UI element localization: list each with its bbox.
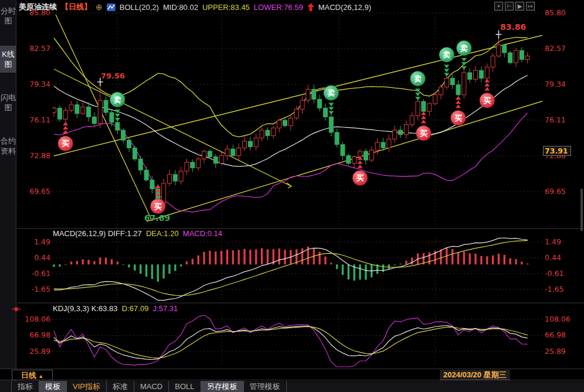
price-axis-label: 72.88 xyxy=(18,151,50,160)
boll-mid-value: MID:80.02 xyxy=(163,3,198,12)
kdj-axis-label: 108.06 xyxy=(545,315,571,323)
macd-axis-label: 0.44 xyxy=(545,253,561,262)
period-selector[interactable]: 日线 ▲ xyxy=(12,370,53,380)
sidebar-item-4[interactable]: 合约资料 xyxy=(0,132,16,159)
axis-scale-icon[interactable]: ⊢ xyxy=(505,2,514,11)
sidebar-item-3[interactable]: 闪电图 xyxy=(0,89,16,116)
price-axis-label: 79.34 xyxy=(545,80,566,88)
macd-panel-header: MACD(26,12,9) DIFF:1.27 DEA:1.20 MACD:0.… xyxy=(53,229,222,238)
macd-axis-label: 1.49 xyxy=(545,237,561,246)
macd-axis-label: -0.61 xyxy=(545,269,563,278)
bottom-tab-bar: 指标模板VIP指标标准MACDBOLL另存模板管理模板 xyxy=(0,381,584,392)
crosshair-date-box: 2024/03/20 星期三 xyxy=(440,370,510,380)
symbol-title: 美原油连续 xyxy=(19,2,57,12)
tab-2[interactable]: 模板 xyxy=(39,381,67,392)
macd-indicator-label: MACD(26,12,9) xyxy=(318,3,371,12)
kdj-panel-header: KDJ(9,3,3) K:63.83 D:67.09 J:57.31 xyxy=(53,304,178,313)
price-axis-tag: 73.91 xyxy=(543,146,571,156)
pane-shift-icon[interactable]: ↦ xyxy=(526,2,535,11)
swing-high-annotation-left: 79.56 xyxy=(101,71,125,80)
sell-signal-marker: 卖 xyxy=(110,92,125,107)
buy-signal-marker: 买 xyxy=(416,125,431,141)
period-up-triangle-icon: ▲ xyxy=(38,373,43,379)
buy-signal-marker: 买 xyxy=(480,93,495,108)
macd-macd-value: MACD:0.14 xyxy=(183,229,222,238)
header-toolbar: +⊢▶↦ xyxy=(494,2,535,11)
svg-text:卖: 卖 xyxy=(327,88,335,97)
kdj-axis-label: 25.89 xyxy=(18,347,50,356)
tabbar-spacer xyxy=(0,381,12,392)
kdj-d-value: D:67.09 xyxy=(122,304,149,313)
svg-text:买: 买 xyxy=(454,114,462,122)
tab-1[interactable]: 指标 xyxy=(12,381,39,392)
tab-7[interactable]: 另存模板 xyxy=(201,381,244,392)
sell-signal-marker: 卖 xyxy=(439,47,454,62)
kdj-axis-label: 108.06 xyxy=(18,315,50,323)
left-sidebar: 分时图K线图闪电图合约资料 xyxy=(0,0,16,392)
price-axis-label: 76.11 xyxy=(545,115,566,124)
boll-indicator-label: BOLL(20,2) xyxy=(120,3,159,12)
price-axis-label: 82.57 xyxy=(18,44,50,53)
price-axis-label: 69.65 xyxy=(545,187,566,196)
macd-dea-value: DEA:1.20 xyxy=(146,229,179,238)
sidebar-item-2[interactable]: K线图 xyxy=(0,46,16,73)
axis-play-icon[interactable]: ▶ xyxy=(515,2,524,11)
sell-signal-marker: 卖 xyxy=(456,40,471,56)
sidebar-item-1[interactable]: 分时图 xyxy=(0,2,16,29)
boll-lower-value: LOWER:76.59 xyxy=(254,3,303,12)
kdj-j-value: J:57.31 xyxy=(153,304,178,313)
tab-8[interactable]: 管理模板 xyxy=(244,381,287,392)
svg-text:卖: 卖 xyxy=(114,96,121,104)
macd-label: MACD(26,12,9) xyxy=(53,229,106,238)
buy-signal-marker: 买 xyxy=(58,136,73,151)
macd-axis-label: 0.44 xyxy=(18,253,50,262)
boll-upper-value: UPPER:83.45 xyxy=(202,3,250,12)
macd-axis-label: -0.61 xyxy=(18,269,50,278)
kdj-axis-label: 66.98 xyxy=(545,330,566,339)
sell-signal-marker: 卖 xyxy=(410,71,426,86)
svg-text:卖: 卖 xyxy=(443,50,450,59)
tab-4[interactable]: 标准 xyxy=(107,381,134,392)
macd-axis-label: 1.49 xyxy=(18,237,50,246)
up-arrow-icon xyxy=(307,3,314,11)
chart-canvas[interactable]: 买卖买卖买卖买卖买卖买 xyxy=(0,0,584,392)
kdj-axis-label: 25.89 xyxy=(545,347,566,356)
buy-signal-marker: 买 xyxy=(150,199,165,214)
price-axis-label: 69.65 xyxy=(18,187,50,196)
swing-high-annotation-right: 83.86 xyxy=(500,22,526,32)
kdj-k-value: K:63.83 xyxy=(91,304,118,313)
trading-app-window: 买卖买卖买卖买卖买卖买 分时图K线图闪电图合约资料 美原油连续【日线】 ⊕ BO… xyxy=(0,0,584,392)
svg-text:买: 买 xyxy=(154,202,162,211)
time-axis-row: 日线 ▲ 2024/03/20 星期三 xyxy=(0,369,584,380)
svg-text:买: 买 xyxy=(356,173,364,182)
svg-text:买: 买 xyxy=(420,129,427,138)
kdj-axis-label: 66.98 xyxy=(18,330,50,339)
crosshair-icon[interactable]: + xyxy=(494,2,503,11)
svg-text:卖: 卖 xyxy=(414,74,422,83)
price-axis-label: 79.34 xyxy=(18,80,50,88)
sell-signal-marker: 卖 xyxy=(324,86,339,101)
tab-6[interactable]: BOLL xyxy=(169,381,201,392)
tab-5[interactable]: MACD xyxy=(134,381,169,392)
swing-low-annotation: 67.69 xyxy=(144,213,170,223)
price-axis-label: 76.11 xyxy=(18,115,50,124)
svg-text:卖: 卖 xyxy=(460,44,468,53)
period-tag: 【日线】 xyxy=(61,2,91,12)
svg-text:买: 买 xyxy=(483,96,491,105)
svg-text:买: 买 xyxy=(62,139,69,148)
tab-3[interactable]: VIP指标 xyxy=(67,381,107,392)
panel-indicator-dot xyxy=(14,307,18,311)
chart-type-icon[interactable] xyxy=(107,4,116,11)
macd-diff-value: DIFF:1.27 xyxy=(108,229,142,238)
adjust-icon[interactable]: ⊕ xyxy=(96,2,103,12)
macd-axis-label: -1.65 xyxy=(18,285,50,294)
price-axis-label: 82.57 xyxy=(545,44,566,53)
kdj-label: KDJ(9,3,3) xyxy=(53,304,89,313)
buy-signal-marker: 买 xyxy=(352,171,368,186)
buy-signal-marker: 买 xyxy=(451,110,466,125)
macd-axis-label: -1.65 xyxy=(545,285,563,294)
